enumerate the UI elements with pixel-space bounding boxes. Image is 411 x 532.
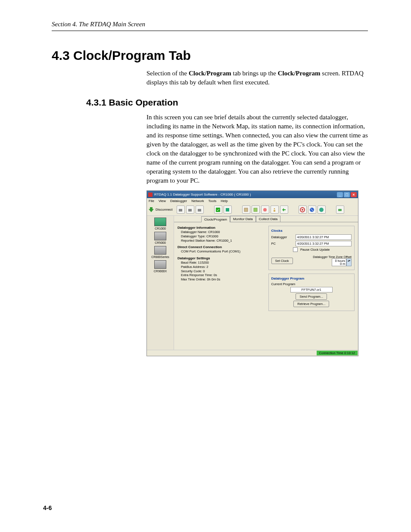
tab-collect-data[interactable]: Collect Data xyxy=(256,216,281,222)
text-bold: Clock/Program xyxy=(278,70,321,77)
toolbar-button[interactable] xyxy=(196,205,204,214)
current-program-value: FFTFUN7.cr1 xyxy=(290,287,333,292)
window-titlebar: RTDAQ 1.1 Datalogger Support Software - … xyxy=(147,191,358,198)
header-rule xyxy=(52,31,368,31)
info-heading: Datalogger Information xyxy=(177,226,264,230)
tab-monitor-data[interactable]: Monitor Data xyxy=(230,216,256,222)
svg-rect-4 xyxy=(226,208,229,212)
minimize-button[interactable]: _ xyxy=(337,192,343,197)
close-button[interactable]: × xyxy=(351,192,357,197)
info-text: Datalogger Name: CR1000Datalogger Type: … xyxy=(181,230,264,243)
program-panel: Datalogger Program Current Program FFTFU… xyxy=(268,274,355,311)
device-label: CR5000 xyxy=(155,241,166,244)
datalogger-time: 4/20/2011 3:32:27 PM xyxy=(296,234,352,240)
tab-content: Datalogger Information Datalogger Name: … xyxy=(174,222,358,350)
current-program-label: Current Program xyxy=(271,282,296,286)
panel-heading: Clocks xyxy=(271,229,352,233)
menu-datalogger[interactable]: Datalogger xyxy=(170,199,187,203)
svg-point-7 xyxy=(263,208,267,212)
toolbar-button[interactable] xyxy=(177,205,185,214)
status-bar: Connection Time 0:10:12 xyxy=(147,350,358,356)
pause-checkbox[interactable] xyxy=(293,247,298,252)
device-label: CR800Series xyxy=(151,255,169,258)
device-icon xyxy=(154,232,166,240)
screenshot: RTDAQ 1.1 Datalogger Support Software - … xyxy=(146,190,358,356)
disconnect-label: Disconnect xyxy=(156,208,173,212)
toolbar-button[interactable] xyxy=(261,205,269,214)
device-icon xyxy=(154,260,166,269)
toolbar-button[interactable] xyxy=(308,205,316,214)
info-heading: Datalogger Settings xyxy=(177,256,264,260)
send-program-button[interactable]: Send Program... xyxy=(296,293,327,300)
toolbar-button[interactable] xyxy=(280,205,288,214)
timezone-label: Datalogger Time Zone Offset xyxy=(296,255,352,258)
device-item[interactable]: CR9000X xyxy=(154,260,167,273)
tab-clock-program[interactable]: Clock/Program xyxy=(201,216,230,222)
text-bold: Clock/Program xyxy=(189,70,231,77)
subsection-heading: 4.3.1 Basic Operation xyxy=(52,97,368,108)
window-title: RTDAQ 1.1 Datalogger Support Software - … xyxy=(154,193,251,196)
clock-label: Datalogger xyxy=(271,235,293,239)
device-icon xyxy=(154,246,166,255)
svg-rect-0 xyxy=(179,209,182,212)
section-heading: 4.3 Clock/Program Tab xyxy=(52,48,368,63)
svg-point-11 xyxy=(319,208,324,212)
info-column: Datalogger Information Datalogger Name: … xyxy=(177,226,264,346)
toolbar: Disconnect xyxy=(147,204,358,216)
toolbar-button[interactable] xyxy=(318,205,326,214)
panel-heading: Datalogger Program xyxy=(271,277,352,280)
toolbar-button[interactable] xyxy=(242,205,250,214)
svg-rect-1 xyxy=(188,209,192,212)
svg-rect-3 xyxy=(216,208,220,212)
clock-label: PC xyxy=(271,242,293,246)
spinner-icon[interactable]: ▴▾ xyxy=(346,258,352,266)
menu-tools[interactable]: Tools xyxy=(209,199,217,203)
disconnect-button[interactable]: Disconnect xyxy=(149,207,173,212)
toolbar-button[interactable] xyxy=(214,205,222,214)
set-clock-button[interactable]: Set Clock xyxy=(271,258,293,264)
running-header: Section 4. The RTDAQ Main Screen xyxy=(52,21,368,28)
text: Selection of the xyxy=(146,70,189,77)
device-label: CR9000X xyxy=(154,270,167,273)
disconnect-icon xyxy=(149,207,154,212)
device-item[interactable]: CR5000 xyxy=(154,232,166,244)
toolbar-button[interactable] xyxy=(224,205,232,214)
toolbar-button[interactable] xyxy=(299,205,307,214)
device-icon xyxy=(154,218,166,226)
right-column: Clocks Datalogger4/20/2011 3:32:27 PM PC… xyxy=(268,226,355,346)
menu-view[interactable]: View xyxy=(159,199,166,203)
toolbar-button[interactable] xyxy=(336,205,344,214)
app-icon xyxy=(148,193,153,197)
svg-rect-2 xyxy=(198,209,201,212)
pc-time: 4/20/2011 3:32:27 PM xyxy=(296,241,352,246)
body-paragraph: In this screen you can see brief details… xyxy=(146,113,368,185)
svg-rect-5 xyxy=(244,208,248,212)
svg-rect-6 xyxy=(254,208,257,212)
timezone-value[interactable]: 0 hours 0 m xyxy=(332,258,346,266)
device-label: CR1000 xyxy=(155,227,166,230)
menu-help[interactable]: Help xyxy=(221,199,227,203)
maximize-button[interactable]: □ xyxy=(344,192,350,197)
device-item[interactable]: CR1000 xyxy=(154,218,166,230)
menu-file[interactable]: File xyxy=(149,199,154,203)
page-number: 4-6 xyxy=(43,504,52,511)
clocks-panel: Clocks Datalogger4/20/2011 3:32:27 PM PC… xyxy=(268,226,355,270)
toolbar-button[interactable] xyxy=(252,205,260,214)
device-sidebar: CR1000 CR5000 CR800Series CR9000X xyxy=(147,216,174,350)
info-text: COM Port: Communications Port (COM1) xyxy=(181,249,264,254)
info-heading: Direct Connect Connection xyxy=(177,245,264,249)
toolbar-button[interactable] xyxy=(186,205,194,214)
toolbar-button[interactable] xyxy=(271,205,279,214)
tab-bar: Clock/Program Monitor Data Collect Data xyxy=(200,216,358,222)
info-text: Baud Rate: 115200PakBus Address: 2Securi… xyxy=(181,261,264,282)
connection-time: Connection Time 0:10:12 xyxy=(317,351,358,355)
text: tab brings up the xyxy=(231,70,278,77)
svg-rect-12 xyxy=(338,209,342,211)
svg-point-9 xyxy=(302,209,303,211)
menu-bar: File View Datalogger Network Tools Help xyxy=(147,198,358,204)
pause-label: Pause Clock Update xyxy=(300,248,330,252)
retrieve-program-button[interactable]: Retrieve Program... xyxy=(293,301,329,307)
device-item[interactable]: CR800Series xyxy=(151,246,169,258)
menu-network[interactable]: Network xyxy=(191,199,204,203)
intro-paragraph: Selection of the Clock/Program tab bring… xyxy=(146,69,368,87)
